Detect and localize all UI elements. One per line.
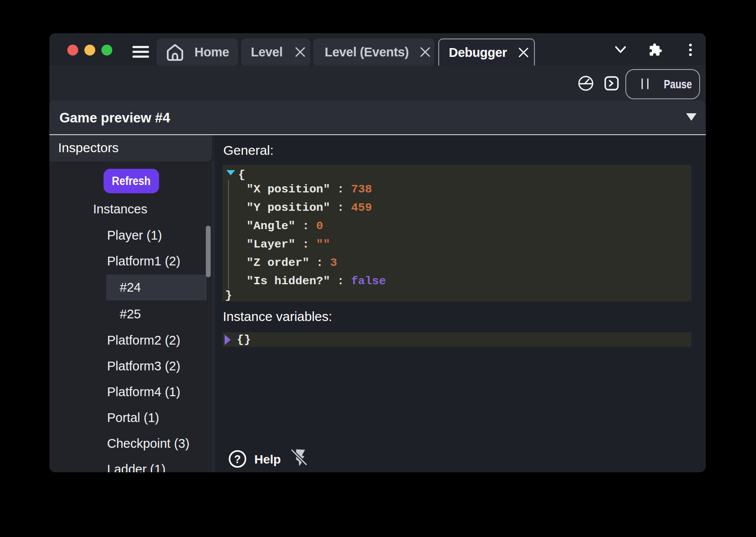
svg-text:?: ?	[234, 453, 241, 465]
